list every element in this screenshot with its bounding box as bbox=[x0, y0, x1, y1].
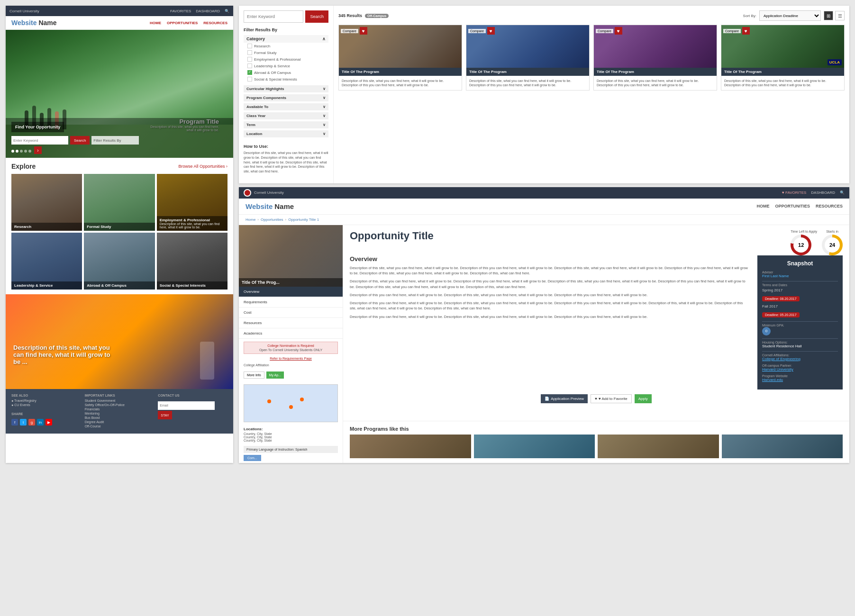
lp-footer-submit-btn[interactable]: STAY bbox=[158, 411, 172, 419]
lp-grid-formal[interactable]: Formal Study bbox=[84, 174, 155, 231]
card-3-heart-btn[interactable]: ♥ bbox=[615, 27, 622, 35]
lp-nav-opportunities[interactable]: OPPORTUNITIES bbox=[167, 21, 198, 25]
lp-dashboard-link[interactable]: DASHBOARD bbox=[196, 9, 220, 13]
filter-employment[interactable]: Employment & Professional bbox=[244, 56, 328, 63]
lp-twitter-icon[interactable]: t bbox=[20, 419, 27, 426]
dp-favorite-btn[interactable]: ♥ ♥ Add to Favorite bbox=[591, 394, 632, 403]
dp-nav-resources[interactable]: RESOURCES bbox=[816, 204, 843, 208]
lp-dot-3[interactable] bbox=[20, 150, 23, 153]
dp-preview-btn[interactable]: 📄 Application Preview bbox=[541, 394, 588, 403]
card-2-compare-btn[interactable]: Compare bbox=[468, 29, 486, 33]
employment-checkbox[interactable] bbox=[247, 57, 252, 62]
lp-link-financials[interactable]: Financials bbox=[85, 408, 155, 411]
dp-nav-resources[interactable]: Resources bbox=[239, 318, 343, 328]
lp-link-busboost[interactable]: Bus Boost bbox=[85, 416, 155, 419]
location-header[interactable]: Location ∨ bbox=[244, 130, 328, 137]
lp-link-offcourse[interactable]: Off-Course bbox=[85, 425, 155, 428]
card-4-compare-btn[interactable]: Compare bbox=[723, 29, 741, 33]
lp-link-degree[interactable]: Degree Audit bbox=[85, 420, 155, 424]
more-prog-4[interactable] bbox=[722, 435, 843, 458]
lp-grid-abroad[interactable]: Abroad & Off Campus bbox=[84, 233, 155, 290]
dp-website-value[interactable]: Harvard.edu bbox=[762, 378, 838, 382]
lp-nav-home[interactable]: HOME bbox=[150, 21, 161, 25]
lp-link-mentoring[interactable]: Mentoring bbox=[85, 412, 155, 415]
lp-grid-social[interactable]: Social & Special Interests bbox=[157, 233, 227, 290]
lp-dot-5[interactable] bbox=[28, 150, 31, 153]
lp-dot-1[interactable] bbox=[11, 150, 14, 153]
card-1-heart-btn[interactable]: ♥ bbox=[360, 27, 367, 35]
more-prog-3[interactable] bbox=[598, 435, 719, 458]
keyword-search-input[interactable] bbox=[244, 10, 303, 23]
dp-map bbox=[244, 384, 338, 422]
lp-see-also-travel[interactable]: ● Travel/Registry bbox=[11, 399, 81, 402]
dp-dashboard-link[interactable]: DASHBOARD bbox=[811, 190, 835, 195]
list-view-icon[interactable]: ☰ bbox=[835, 11, 845, 20]
keyword-search-btn[interactable]: Search bbox=[305, 10, 328, 23]
card-2-heart-btn[interactable]: ♥ bbox=[487, 27, 495, 35]
components-header[interactable]: Program Components ∨ bbox=[244, 94, 328, 101]
breadcrumb: Home › Opportunities › Opportunity Title… bbox=[239, 215, 849, 225]
lp-link-student[interactable]: Student Government bbox=[85, 399, 155, 402]
research-checkbox[interactable] bbox=[247, 44, 252, 48]
lp-grid-research[interactable]: Research bbox=[11, 174, 82, 231]
filter-research[interactable]: Research bbox=[244, 43, 328, 49]
dp-search-icon[interactable]: 🔍 bbox=[840, 190, 845, 195]
card-1-compare-btn[interactable]: Compare bbox=[341, 29, 358, 33]
dp-favorites-link[interactable]: ♥ FAVORITES bbox=[782, 190, 806, 195]
dp-nav-academics[interactable]: Academics bbox=[239, 328, 343, 339]
dp-nav-home[interactable]: HOME bbox=[756, 204, 769, 208]
social-checkbox[interactable] bbox=[247, 77, 252, 82]
lp-footer-email-input[interactable] bbox=[158, 401, 215, 410]
grid-view-icon[interactable]: ⊞ bbox=[824, 11, 833, 20]
lp-hero-filter[interactable]: Filter Results By bbox=[91, 136, 139, 145]
dp-nav-cost[interactable]: Cost bbox=[239, 308, 343, 318]
available-header[interactable]: Available To ∨ bbox=[244, 103, 328, 110]
filter-formal[interactable]: Formal Study bbox=[244, 49, 328, 56]
classyear-header[interactable]: Class Year ∨ bbox=[244, 112, 328, 119]
dp-apply-btn[interactable]: Apply bbox=[635, 394, 652, 403]
dp-my-apply-btn[interactable]: My Ap... bbox=[266, 371, 284, 379]
breadcrumb-home[interactable]: Home bbox=[246, 217, 255, 222]
lp-facebook-icon[interactable]: f bbox=[11, 419, 18, 426]
lp-search-icon[interactable]: 🔍 bbox=[225, 9, 229, 13]
dp-cornell-value[interactable]: College of Engineering bbox=[762, 357, 838, 361]
abroad-checkbox[interactable] bbox=[247, 70, 252, 75]
lp-dot-2[interactable] bbox=[16, 150, 18, 153]
lp-dot-4[interactable] bbox=[24, 150, 27, 153]
leadership-checkbox[interactable] bbox=[247, 63, 252, 68]
formal-checkbox[interactable] bbox=[247, 50, 252, 55]
lp-hero-search-input[interactable] bbox=[11, 136, 68, 145]
filter-abroad[interactable]: Abroad & Off Campus bbox=[244, 69, 328, 76]
lp-browse-all-link[interactable]: Browse All Opportunities › bbox=[178, 164, 227, 169]
more-prog-2[interactable] bbox=[474, 435, 595, 458]
filter-leadership[interactable]: Leadership & Service bbox=[244, 63, 328, 69]
lp-grid-leadership[interactable]: Leadership & Service bbox=[11, 233, 82, 290]
breadcrumb-opportunities[interactable]: Opportunities bbox=[261, 217, 283, 222]
more-prog-1[interactable] bbox=[350, 435, 471, 458]
lp-grid-employment[interactable]: Employment & Professional Description of… bbox=[157, 174, 227, 231]
category-header[interactable]: Category ∧ bbox=[244, 35, 328, 43]
lp-see-also-events[interactable]: ● CU Events bbox=[11, 403, 81, 407]
lp-youtube-icon[interactable]: ▶ bbox=[45, 419, 52, 426]
lp-nav-resources[interactable]: RESOURCES bbox=[203, 21, 227, 25]
lp-link-safety[interactable]: Safety Office/On-Off-Police bbox=[85, 403, 155, 407]
curricular-header[interactable]: Curricular Highlights ∨ bbox=[244, 85, 328, 92]
filter-social[interactable]: Social & Special Interests bbox=[244, 76, 328, 82]
dp-requirements-link[interactable]: Refer to Requirements Page bbox=[244, 357, 338, 360]
dp-more-info-btn[interactable]: More Info bbox=[244, 371, 264, 379]
card-3-compare-btn[interactable]: Compare bbox=[596, 29, 613, 33]
dp-compare-btn[interactable]: Com... bbox=[244, 455, 261, 461]
lp-hero-next-arrow[interactable]: › bbox=[34, 146, 42, 154]
lp-linkedin-icon[interactable]: in bbox=[37, 419, 44, 426]
sort-select[interactable]: Application Deadline bbox=[759, 10, 821, 21]
lp-favorites-link[interactable]: FAVORITES bbox=[170, 9, 191, 13]
dp-nav-requirements[interactable]: Requirements bbox=[239, 297, 343, 308]
dp-nav-opportunities[interactable]: OPPORTUNITIES bbox=[775, 204, 810, 208]
dp-nav-overview[interactable]: Overview bbox=[239, 287, 343, 297]
lp-hero-search-btn[interactable]: Search bbox=[70, 136, 90, 145]
term-header[interactable]: Term ∨ bbox=[244, 121, 328, 128]
card-4-heart-btn[interactable]: ♥ bbox=[742, 27, 750, 35]
lp-google-icon[interactable]: g bbox=[28, 419, 35, 426]
dp-offcampus-value[interactable]: Harvard University bbox=[762, 367, 838, 371]
dp-overview-text-4: Description of this you can find here, w… bbox=[350, 300, 748, 311]
